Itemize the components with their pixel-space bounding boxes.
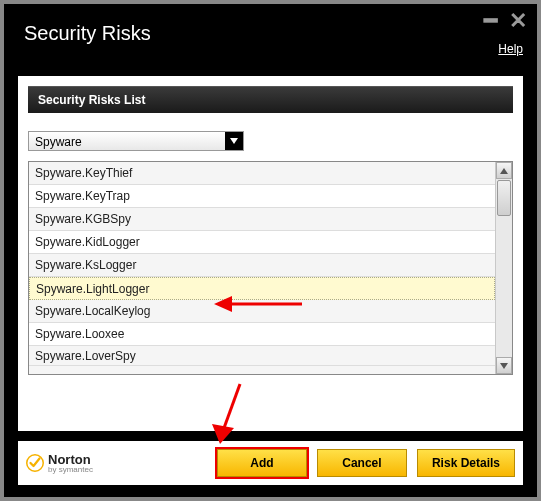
risk-details-button[interactable]: Risk Details bbox=[417, 449, 515, 477]
list-item[interactable]: Spyware.KsLogger bbox=[29, 254, 495, 277]
list-item[interactable]: Spyware.KidLogger bbox=[29, 231, 495, 254]
minimize-button[interactable]: ━ bbox=[484, 10, 497, 32]
svg-marker-0 bbox=[230, 138, 238, 144]
footer: Norton by symantec Add Cancel Risk Detai… bbox=[18, 441, 523, 485]
norton-check-icon bbox=[26, 454, 44, 472]
scroll-thumb[interactable] bbox=[497, 180, 511, 216]
svg-marker-1 bbox=[500, 168, 508, 174]
list-item[interactable]: Spyware.Looxee bbox=[29, 323, 495, 346]
list-item[interactable]: Spyware.KGBSpy bbox=[29, 208, 495, 231]
scroll-up-button[interactable] bbox=[496, 162, 512, 179]
security-risks-dialog: Security Risks ━ ✕ Help Security Risks L… bbox=[4, 4, 537, 497]
brand-byline: by symantec bbox=[48, 466, 93, 474]
cancel-button[interactable]: Cancel bbox=[317, 449, 407, 477]
list-item[interactable]: Spyware.LocalKeylog bbox=[29, 300, 495, 323]
scroll-down-button[interactable] bbox=[496, 357, 512, 374]
list-item[interactable]: Spyware.KeyThief bbox=[29, 162, 495, 185]
panel-header: Security Risks List bbox=[28, 86, 513, 113]
list-item[interactable]: Spyware.LoverSpy bbox=[29, 346, 495, 366]
category-filter-value: Spyware bbox=[29, 132, 225, 150]
add-button[interactable]: Add bbox=[217, 449, 307, 477]
scrollbar[interactable] bbox=[495, 162, 512, 374]
risks-listbox[interactable]: Spyware.KeyThiefSpyware.KeyTrapSpyware.K… bbox=[28, 161, 513, 375]
list-item[interactable]: Spyware.LightLogger bbox=[29, 277, 495, 300]
titlebar: Security Risks ━ ✕ Help bbox=[4, 4, 537, 60]
brand: Norton by symantec bbox=[26, 453, 207, 474]
category-filter-combo[interactable]: Spyware bbox=[28, 131, 244, 151]
window-title: Security Risks bbox=[24, 22, 517, 45]
svg-marker-2 bbox=[500, 363, 508, 369]
chevron-down-icon[interactable] bbox=[225, 132, 243, 150]
close-button[interactable]: ✕ bbox=[509, 10, 527, 32]
list-item[interactable]: Spyware.KeyTrap bbox=[29, 185, 495, 208]
help-link[interactable]: Help bbox=[498, 42, 523, 56]
brand-name: Norton bbox=[48, 453, 93, 466]
content-panel: Security Risks List Spyware Spyware.KeyT… bbox=[18, 76, 523, 431]
